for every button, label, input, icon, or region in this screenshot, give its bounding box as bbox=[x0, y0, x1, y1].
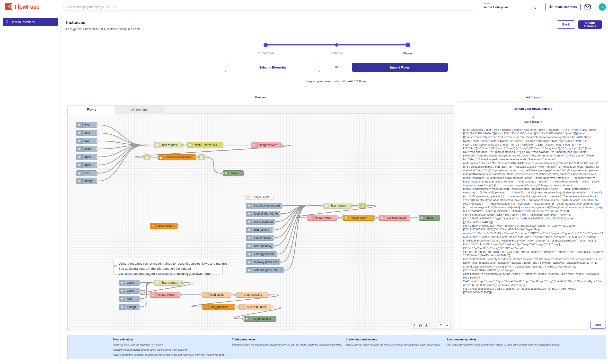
output-port[interactable] bbox=[364, 205, 367, 207]
output-port[interactable] bbox=[270, 306, 273, 308]
output-port[interactable] bbox=[273, 237, 275, 239]
node-image-viewer[interactable]: image viewer bbox=[307, 215, 337, 221]
output-port[interactable] bbox=[283, 269, 285, 272]
output-port[interactable] bbox=[179, 294, 182, 296]
back-button[interactable]: Back bbox=[557, 20, 575, 29]
zoom-reset-button[interactable] bbox=[438, 323, 444, 328]
select-blueprint-button[interactable]: Select a Blueprint bbox=[225, 63, 320, 72]
output-port[interactable] bbox=[138, 298, 141, 300]
output-port[interactable] bbox=[181, 144, 184, 146]
node-plane[interactable]: plane bbox=[76, 146, 97, 152]
node-monkey-rdbu-a0-1-[interactable]: monkey (rdbu A0>1) bbox=[246, 259, 280, 265]
input-port[interactable] bbox=[157, 156, 159, 158]
node-cs2[interactable] bbox=[198, 154, 205, 160]
output-port[interactable] bbox=[280, 144, 283, 146]
flows-json-textarea[interactable]: [{"id":"9a693308.7ebaf","type":"subflow"… bbox=[460, 126, 606, 329]
output-port[interactable] bbox=[274, 221, 276, 223]
node-image-depth[interactable]: Image Depth bbox=[245, 194, 274, 200]
flow-canvas[interactable]: {} − + wolfbeerowlplaneappleapplekiwiman… bbox=[67, 114, 454, 331]
clear-button[interactable]: clear bbox=[590, 321, 606, 328]
zoom-out-button[interactable]: − bbox=[432, 323, 438, 328]
node-sw2[interactable] bbox=[359, 203, 366, 208]
output-port[interactable] bbox=[281, 205, 283, 207]
node-image-classification[interactable]: image-classification bbox=[158, 154, 196, 160]
avatar[interactable]: cs bbox=[598, 3, 606, 11]
output-port[interactable] bbox=[96, 164, 98, 166]
input-port[interactable] bbox=[237, 306, 240, 308]
node-football-hot-a1-0-[interactable]: football (hot A1>0) bbox=[246, 211, 280, 217]
input-port[interactable] bbox=[250, 144, 252, 146]
upload-flows-link[interactable]: Upload your flows.json file bbox=[496, 107, 569, 111]
node-apple[interactable]: apple bbox=[119, 288, 140, 294]
node-apple[interactable]: apple bbox=[76, 162, 97, 168]
node-sort-and-label[interactable]: fSort and Label bbox=[238, 304, 271, 310]
output-port[interactable] bbox=[96, 180, 98, 182]
output-port[interactable] bbox=[96, 156, 98, 158]
output-port[interactable] bbox=[176, 225, 179, 227]
step-dot-instance[interactable] bbox=[335, 43, 338, 47]
input-port[interactable] bbox=[143, 156, 145, 158]
node-image-viewer[interactable]: image viewer bbox=[251, 142, 281, 148]
input-port[interactable] bbox=[201, 306, 203, 308]
input-port[interactable] bbox=[341, 217, 344, 219]
node-wolf[interactable]: wolf bbox=[76, 122, 97, 128]
input-port[interactable] bbox=[201, 294, 203, 296]
output-port[interactable] bbox=[230, 294, 232, 296]
output-port[interactable] bbox=[336, 217, 339, 219]
output-port[interactable] bbox=[138, 290, 141, 292]
comment-node[interactable]: Using a retrained resnet model trained t… bbox=[113, 259, 223, 274]
node-http-request[interactable]: http request bbox=[154, 142, 183, 148]
import-flows-button[interactable]: Import Flows bbox=[352, 63, 448, 72]
input-port[interactable] bbox=[377, 217, 380, 219]
team-selector[interactable]: TEAM: Acme Enterprise bbox=[484, 2, 508, 9]
copy-button[interactable] bbox=[417, 323, 423, 328]
create-instance-button[interactable]: Create Instance bbox=[578, 20, 602, 29]
download-button[interactable] bbox=[423, 323, 430, 328]
node-mango[interactable]: mango bbox=[119, 304, 140, 310]
node-fruit-classifier[interactable]: fruit_classifier bbox=[202, 304, 235, 310]
node-beer[interactable]: beer bbox=[76, 130, 97, 136]
output-port[interactable] bbox=[149, 156, 151, 158]
input-port[interactable] bbox=[306, 217, 308, 219]
node-data[interactable]: data bbox=[419, 215, 440, 221]
node-load-labels[interactable]: fload labels bbox=[202, 292, 231, 298]
node-http-request[interactable]: http request bbox=[323, 203, 352, 208]
back-to-instances-button[interactable]: Back to Instances bbox=[3, 18, 58, 26]
output-port[interactable] bbox=[138, 282, 141, 284]
node-cs1[interactable] bbox=[144, 154, 150, 160]
node-owl[interactable]: owl bbox=[76, 138, 97, 144]
tab-flow-1[interactable]: Flow 1 bbox=[67, 106, 116, 114]
output-port[interactable] bbox=[222, 144, 225, 146]
node-class[interactable]: class bbox=[223, 170, 244, 176]
output-port[interactable] bbox=[96, 132, 98, 134]
step-dot-application[interactable] bbox=[264, 43, 268, 47]
node-mango[interactable]: mango bbox=[76, 178, 97, 184]
zoom-in-button[interactable]: + bbox=[444, 323, 450, 328]
output-port[interactable] bbox=[272, 229, 274, 231]
junction-node[interactable] bbox=[145, 144, 147, 146]
mail-icon[interactable] bbox=[584, 4, 591, 10]
node-bird-viridis-[interactable]: bird (viridis) bbox=[246, 227, 273, 233]
output-port[interactable] bbox=[96, 148, 98, 150]
output-port[interactable] bbox=[234, 306, 236, 308]
node-kiwi[interactable]: kiwi bbox=[76, 170, 97, 176]
output-port[interactable] bbox=[276, 253, 278, 255]
junction-node[interactable] bbox=[307, 204, 309, 207]
output-port[interactable] bbox=[279, 213, 281, 215]
node-preprocessing[interactable]: fpreprocessing bbox=[236, 292, 268, 298]
output-port[interactable] bbox=[181, 282, 184, 284]
output-port[interactable] bbox=[195, 156, 197, 158]
node-apple[interactable]: apple bbox=[119, 280, 140, 286]
input-port[interactable] bbox=[222, 172, 224, 174]
node-topk-3-thres-5-[interactable]: topK 3, thres: 5% bbox=[187, 142, 223, 148]
input-port[interactable] bbox=[242, 318, 245, 320]
input-port[interactable] bbox=[153, 282, 155, 284]
node-image-depth[interactable]: image-depth bbox=[343, 215, 375, 221]
tab-flow-timer[interactable]: flow-timer bbox=[116, 106, 164, 114]
output-port[interactable] bbox=[138, 306, 141, 308]
search-input[interactable] bbox=[63, 4, 475, 11]
input-port[interactable] bbox=[418, 217, 420, 219]
node-advanced-ai[interactable]: advanced-ai bbox=[150, 223, 178, 229]
output-port[interactable] bbox=[350, 205, 353, 207]
node-msg-undefined[interactable]: msg.undefined bbox=[244, 316, 277, 322]
